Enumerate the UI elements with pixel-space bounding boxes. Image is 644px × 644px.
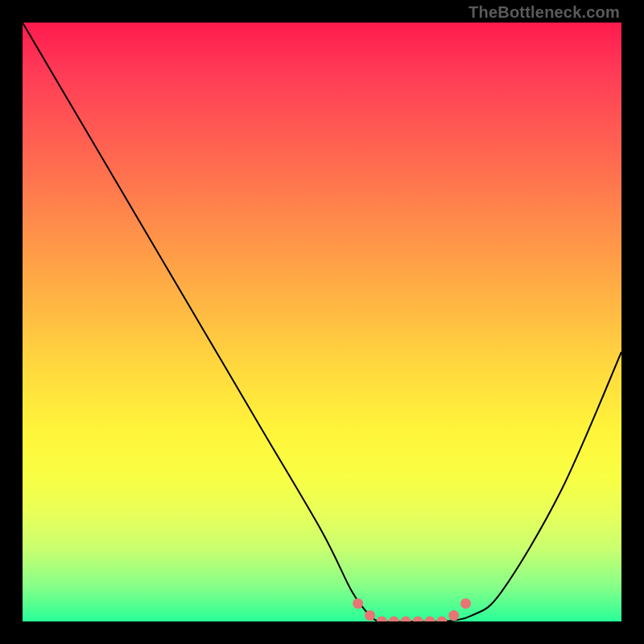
optimal-dot — [413, 617, 423, 622]
optimal-zone-dots — [353, 598, 471, 621]
optimal-dot — [424, 617, 435, 622]
optimal-dot — [436, 617, 447, 622]
plot-area — [23, 23, 621, 621]
optimal-dot — [460, 598, 471, 609]
bottleneck-curve — [23, 23, 621, 621]
watermark-text: TheBottleneck.com — [469, 3, 620, 22]
optimal-dot — [389, 617, 399, 622]
optimal-dot — [365, 610, 375, 621]
optimal-dot — [401, 617, 411, 622]
optimal-dot — [448, 610, 459, 621]
chart-frame: TheBottleneck.com — [0, 0, 644, 644]
optimal-dot — [353, 598, 363, 609]
curve-svg — [23, 23, 621, 621]
optimal-dot — [377, 617, 387, 622]
